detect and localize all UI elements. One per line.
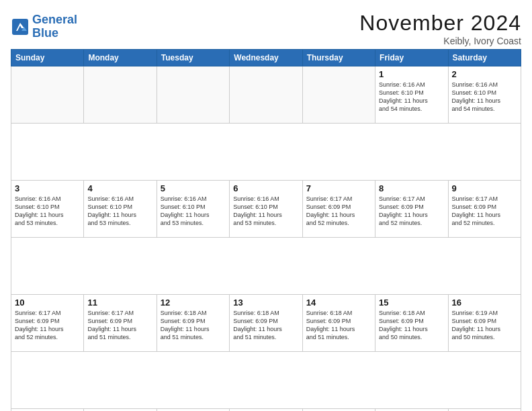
day-info: Sunrise: 6:18 AM Sunset: 6:09 PM Dayligh… xyxy=(379,309,444,342)
month-title: November 2024 xyxy=(359,11,521,36)
day-number: 12 xyxy=(161,298,226,308)
calendar-day-cell xyxy=(11,66,84,124)
day-number: 7 xyxy=(306,183,371,193)
calendar-header-row: SundayMondayTuesdayWednesdayThursdayFrid… xyxy=(11,50,521,66)
weekday-header: Thursday xyxy=(302,50,375,66)
day-number: 14 xyxy=(306,298,371,308)
day-info: Sunrise: 6:16 AM Sunset: 6:10 PM Dayligh… xyxy=(161,195,226,228)
calendar-day-cell: 16Sunrise: 6:19 AM Sunset: 6:09 PM Dayli… xyxy=(448,295,521,352)
logo-line2: Blue xyxy=(32,27,77,40)
week-spacer-row xyxy=(11,238,521,295)
weekday-header: Sunday xyxy=(11,50,84,66)
calendar-day-cell: 19Sunrise: 6:20 AM Sunset: 6:10 PM Dayli… xyxy=(157,409,229,412)
day-number: 6 xyxy=(233,183,298,193)
weekday-header: Saturday xyxy=(448,50,521,66)
calendar-day-cell: 5Sunrise: 6:16 AM Sunset: 6:10 PM Daylig… xyxy=(157,181,229,238)
calendar-day-cell: 15Sunrise: 6:18 AM Sunset: 6:09 PM Dayli… xyxy=(375,295,448,352)
calendar-day-cell xyxy=(84,66,157,124)
calendar-day-cell: 11Sunrise: 6:17 AM Sunset: 6:09 PM Dayli… xyxy=(84,295,157,352)
calendar-day-cell: 7Sunrise: 6:17 AM Sunset: 6:09 PM Daylig… xyxy=(302,181,375,238)
day-info: Sunrise: 6:16 AM Sunset: 6:10 PM Dayligh… xyxy=(233,195,298,228)
calendar-table: SundayMondayTuesdayWednesdayThursdayFrid… xyxy=(11,49,521,411)
calendar-day-cell: 21Sunrise: 6:20 AM Sunset: 6:10 PM Dayli… xyxy=(302,409,375,412)
calendar-day-cell: 10Sunrise: 6:17 AM Sunset: 6:09 PM Dayli… xyxy=(11,295,84,352)
calendar-day-cell xyxy=(157,66,229,124)
day-info: Sunrise: 6:17 AM Sunset: 6:09 PM Dayligh… xyxy=(87,309,152,342)
page-header: General Blue November 2024 Keibly, Ivory… xyxy=(11,11,521,46)
week-spacer-row xyxy=(11,124,521,181)
calendar-day-cell: 17Sunrise: 6:19 AM Sunset: 6:10 PM Dayli… xyxy=(11,409,84,412)
day-number: 15 xyxy=(379,298,444,308)
day-info: Sunrise: 6:17 AM Sunset: 6:09 PM Dayligh… xyxy=(452,195,517,228)
week-spacer xyxy=(11,238,521,295)
weekday-header: Wednesday xyxy=(230,50,302,66)
day-info: Sunrise: 6:17 AM Sunset: 6:09 PM Dayligh… xyxy=(15,309,80,342)
day-number: 13 xyxy=(233,298,298,308)
day-info: Sunrise: 6:16 AM Sunset: 6:10 PM Dayligh… xyxy=(15,195,80,228)
day-info: Sunrise: 6:17 AM Sunset: 6:09 PM Dayligh… xyxy=(379,195,444,228)
day-info: Sunrise: 6:16 AM Sunset: 6:10 PM Dayligh… xyxy=(452,81,517,113)
logo-icon xyxy=(11,17,30,36)
weekday-header: Tuesday xyxy=(157,50,229,66)
calendar-day-cell: 6Sunrise: 6:16 AM Sunset: 6:10 PM Daylig… xyxy=(230,181,302,238)
calendar-day-cell: 8Sunrise: 6:17 AM Sunset: 6:09 PM Daylig… xyxy=(375,181,448,238)
calendar-week-row: 3Sunrise: 6:16 AM Sunset: 6:10 PM Daylig… xyxy=(11,181,521,238)
logo-line1: General xyxy=(32,13,77,27)
calendar-week-row: 17Sunrise: 6:19 AM Sunset: 6:10 PM Dayli… xyxy=(11,409,521,412)
calendar-day-cell xyxy=(302,66,375,124)
day-info: Sunrise: 6:17 AM Sunset: 6:09 PM Dayligh… xyxy=(306,195,371,228)
location: Keibly, Ivory Coast xyxy=(359,36,521,46)
day-number: 9 xyxy=(452,183,517,193)
day-number: 8 xyxy=(379,183,444,193)
day-number: 16 xyxy=(452,298,517,308)
calendar-day-cell: 20Sunrise: 6:20 AM Sunset: 6:10 PM Dayli… xyxy=(230,409,302,412)
calendar-day-cell: 18Sunrise: 6:19 AM Sunset: 6:10 PM Dayli… xyxy=(84,409,157,412)
weekday-header: Monday xyxy=(84,50,157,66)
day-info: Sunrise: 6:16 AM Sunset: 6:10 PM Dayligh… xyxy=(87,195,152,228)
logo: General Blue xyxy=(11,13,77,40)
calendar-day-cell: 4Sunrise: 6:16 AM Sunset: 6:10 PM Daylig… xyxy=(84,181,157,238)
day-number: 4 xyxy=(87,183,152,193)
calendar-day-cell: 3Sunrise: 6:16 AM Sunset: 6:10 PM Daylig… xyxy=(11,181,84,238)
week-spacer xyxy=(11,352,521,409)
day-info: Sunrise: 6:18 AM Sunset: 6:09 PM Dayligh… xyxy=(161,309,226,342)
week-spacer xyxy=(11,124,521,181)
calendar-week-row: 1Sunrise: 6:16 AM Sunset: 6:10 PM Daylig… xyxy=(11,66,521,124)
day-info: Sunrise: 6:16 AM Sunset: 6:10 PM Dayligh… xyxy=(379,81,444,113)
day-info: Sunrise: 6:18 AM Sunset: 6:09 PM Dayligh… xyxy=(306,309,371,342)
day-number: 1 xyxy=(379,69,444,79)
day-number: 3 xyxy=(15,183,80,193)
day-number: 10 xyxy=(15,298,80,308)
day-info: Sunrise: 6:18 AM Sunset: 6:09 PM Dayligh… xyxy=(233,309,298,342)
calendar-day-cell: 2Sunrise: 6:16 AM Sunset: 6:10 PM Daylig… xyxy=(448,66,521,124)
calendar-day-cell: 9Sunrise: 6:17 AM Sunset: 6:09 PM Daylig… xyxy=(448,181,521,238)
weekday-header: Friday xyxy=(375,50,448,66)
svg-rect-0 xyxy=(12,19,28,35)
calendar-day-cell: 14Sunrise: 6:18 AM Sunset: 6:09 PM Dayli… xyxy=(302,295,375,352)
day-number: 2 xyxy=(452,69,517,79)
calendar-day-cell xyxy=(230,66,302,124)
calendar-day-cell: 12Sunrise: 6:18 AM Sunset: 6:09 PM Dayli… xyxy=(157,295,229,352)
day-number: 5 xyxy=(161,183,226,193)
day-number: 11 xyxy=(87,298,152,308)
calendar-day-cell: 1Sunrise: 6:16 AM Sunset: 6:10 PM Daylig… xyxy=(375,66,448,124)
title-block: November 2024 Keibly, Ivory Coast xyxy=(359,11,521,46)
day-info: Sunrise: 6:19 AM Sunset: 6:09 PM Dayligh… xyxy=(452,309,517,342)
calendar-week-row: 10Sunrise: 6:17 AM Sunset: 6:09 PM Dayli… xyxy=(11,295,521,352)
week-spacer-row xyxy=(11,352,521,409)
calendar-day-cell: 22Sunrise: 6:21 AM Sunset: 6:10 PM Dayli… xyxy=(375,409,448,412)
calendar-day-cell: 13Sunrise: 6:18 AM Sunset: 6:09 PM Dayli… xyxy=(230,295,302,352)
calendar-day-cell: 23Sunrise: 6:21 AM Sunset: 6:10 PM Dayli… xyxy=(448,409,521,412)
